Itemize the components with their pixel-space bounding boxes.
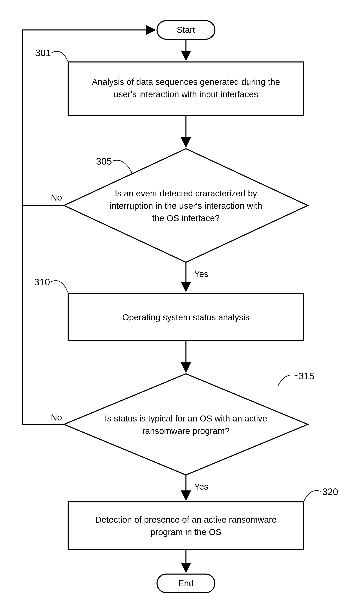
start-terminal: Start <box>157 21 215 39</box>
step3-label: Operating system status analysis <box>122 313 249 322</box>
step1-line1: Analysis of data sequences generated dur… <box>92 77 280 87</box>
decision2: Is status is typical for an OS with an a… <box>64 374 308 475</box>
decision2-no-label: No <box>51 413 62 422</box>
decision1-yes-label: Yes <box>194 269 209 279</box>
decision2-yes-label: Yes <box>194 482 209 491</box>
ref-305: 305 <box>96 156 112 167</box>
step3-process: Operating system status analysis <box>68 293 304 341</box>
ref-320-curve <box>304 491 321 502</box>
ref-310: 310 <box>34 277 50 288</box>
step5-process: Detection of presence of an active ranso… <box>68 502 304 549</box>
decision1-line2: interruption in the user's interaction w… <box>110 201 262 211</box>
ref-320: 320 <box>322 486 338 497</box>
step1-process: Analysis of data sequences generated dur… <box>68 62 304 116</box>
connector-decision2-no-rail <box>23 206 64 424</box>
decision1-line1: Is an event detected craracterized by <box>115 188 257 198</box>
decision1-no-label: No <box>51 193 62 202</box>
end-label: End <box>178 579 194 588</box>
decision2-line2: ransomware program? <box>142 426 230 436</box>
start-label: Start <box>177 25 195 35</box>
ref-301-curve <box>52 51 68 62</box>
flowchart: Start Analysis of data sequences generat… <box>0 0 364 603</box>
ref-301: 301 <box>35 47 51 58</box>
svg-rect-5 <box>68 502 304 549</box>
ref-310-curve <box>51 281 68 293</box>
ref-315: 315 <box>298 371 314 382</box>
decision1-line3: the OS interface? <box>152 213 220 223</box>
decision2-line1: Is status is typical for an OS with an a… <box>105 414 267 423</box>
ref-315-curve <box>278 375 297 386</box>
step1-line2: user's interaction with input interfaces <box>114 89 258 99</box>
ref-305-curve <box>113 160 132 174</box>
svg-rect-1 <box>68 62 304 116</box>
end-terminal: End <box>157 574 215 593</box>
svg-marker-4 <box>64 374 308 475</box>
step5-line2: program in the OS <box>150 527 221 537</box>
step5-line1: Detection of presence of an active ranso… <box>95 515 277 524</box>
